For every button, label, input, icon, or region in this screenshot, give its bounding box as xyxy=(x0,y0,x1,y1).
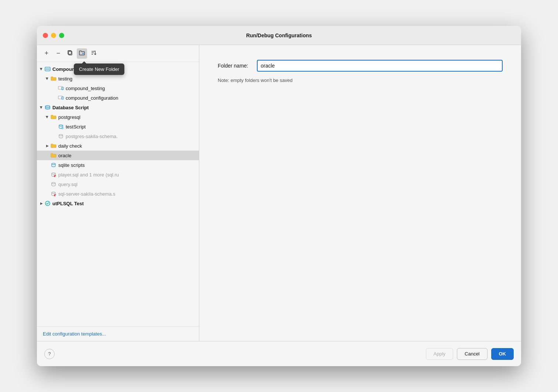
svg-point-24 xyxy=(52,173,55,174)
copy-icon xyxy=(67,50,73,57)
note-text: Note: empty folders won't be saved xyxy=(218,78,503,83)
bottom-actions: Apply Cancel OK xyxy=(426,348,514,360)
maximize-button[interactable] xyxy=(59,33,64,38)
tree-item-postgres-sakila[interactable]: ▶ postgres-sakila-schema. xyxy=(37,131,199,141)
tree-item-daily-check[interactable]: ▶ daily check xyxy=(37,141,199,151)
postgresql-folder-icon xyxy=(50,114,57,120)
folder-name-row: Folder name: xyxy=(218,60,503,72)
tree-container[interactable]: ▶ Compound ▶ xyxy=(37,62,199,326)
testing-label: testing xyxy=(58,76,72,82)
cancel-button[interactable]: Cancel xyxy=(457,348,487,360)
svg-point-18 xyxy=(59,125,63,126)
query-sql-icon xyxy=(50,181,57,187)
title-bar: Run/Debug Configurations xyxy=(37,26,521,45)
svg-point-17 xyxy=(45,106,50,107)
svg-point-14 xyxy=(62,89,63,90)
minimize-button[interactable] xyxy=(51,33,56,38)
help-icon: ? xyxy=(48,351,51,357)
tree-item-sql-server-sakila[interactable]: ▶ ✕ sql-server-sakila-schema.s xyxy=(37,189,199,199)
svg-point-10 xyxy=(47,69,48,70)
oracle-label: oracle xyxy=(58,153,71,158)
chevron-right-icon: ▶ xyxy=(38,104,44,110)
tree-item-query-sql[interactable]: ▶ query.sql xyxy=(37,179,199,189)
run-debug-dialog: Run/Debug Configurations + − xyxy=(37,26,521,366)
db-item-icon xyxy=(58,124,64,130)
svg-point-28 xyxy=(52,192,55,193)
svg-text:✕: ✕ xyxy=(55,175,57,178)
sql-server-sakila-label: sql-server-sakila-schema.s xyxy=(58,191,116,197)
sort-button[interactable]: a xyxy=(89,48,99,59)
tooltip-text: Create New Folder xyxy=(79,66,119,72)
testscript-label: testScript xyxy=(66,124,86,130)
apply-label: Apply xyxy=(434,351,446,357)
close-button[interactable] xyxy=(43,33,48,38)
db-script-label: Database Script xyxy=(52,105,89,110)
svg-text:✕: ✕ xyxy=(55,195,57,197)
svg-text:a: a xyxy=(94,50,95,52)
player-sql-label: player.sql and 1 more (sql.ru xyxy=(58,172,119,178)
utplsql-icon xyxy=(44,200,51,206)
tree-item-sqlite[interactable]: ▶ sqlite scripts xyxy=(37,160,199,170)
chevron-right-icon: ▶ xyxy=(44,114,50,120)
help-button[interactable]: ? xyxy=(44,349,55,359)
sqlite-label: sqlite scripts xyxy=(58,162,85,168)
chevron-right-icon: ▶ xyxy=(44,143,50,149)
daily-check-folder-icon xyxy=(50,143,57,149)
daily-check-label: daily check xyxy=(58,143,82,149)
svg-point-23 xyxy=(52,163,55,165)
ok-label: OK xyxy=(499,351,506,357)
cancel-label: Cancel xyxy=(465,351,479,357)
chevron-right-icon: ▶ xyxy=(38,66,44,72)
add-button[interactable]: + xyxy=(41,48,52,59)
sort-icon: a xyxy=(91,50,97,57)
minus-icon: − xyxy=(56,49,61,57)
tree-item-compound-config[interactable]: ▶ compound_configuration xyxy=(37,93,199,103)
new-folder-icon xyxy=(79,50,85,57)
remove-button[interactable]: − xyxy=(53,48,63,59)
ok-button[interactable]: OK xyxy=(491,348,514,360)
create-folder-tooltip: Create New Folder xyxy=(74,63,124,75)
folder-name-label: Folder name: xyxy=(218,63,248,69)
plus-icon: + xyxy=(45,49,49,57)
svg-point-11 xyxy=(48,69,49,70)
sql-server-error-icon: ✕ xyxy=(50,191,57,197)
edit-templates-link[interactable]: Edit configuration templates... xyxy=(37,326,199,341)
chevron-right-icon: ▶ xyxy=(38,200,44,206)
toolbar: + − xyxy=(37,45,199,62)
new-folder-button[interactable] xyxy=(77,48,87,59)
compound-config-icon xyxy=(58,95,64,101)
compound-testing-label: compound_testing xyxy=(66,86,105,91)
svg-point-9 xyxy=(46,69,47,70)
tree-item-utplsql[interactable]: ▶ utPLSQL Test xyxy=(37,199,199,208)
tree-item-postgresql[interactable]: ▶ postgresql xyxy=(37,112,199,122)
apply-button[interactable]: Apply xyxy=(426,348,454,360)
db-error-icon: ✕ xyxy=(50,172,57,178)
edit-templates-text: Edit configuration templates... xyxy=(43,331,106,337)
oracle-folder-icon xyxy=(50,152,57,158)
dialog-title: Run/Debug Configurations xyxy=(246,32,312,38)
window-controls xyxy=(43,33,64,38)
folder-icon xyxy=(50,76,57,82)
copy-button[interactable] xyxy=(65,48,75,59)
postgresql-label: postgresql xyxy=(58,114,80,120)
svg-point-22 xyxy=(59,134,63,136)
sqlite-icon xyxy=(50,162,57,168)
tree-item-testing[interactable]: ▶ testing xyxy=(37,74,199,83)
svg-point-27 xyxy=(52,182,55,184)
left-panel: + − xyxy=(37,45,199,341)
bottom-bar: ? Apply Cancel OK xyxy=(37,341,521,366)
tree-item-compound-testing[interactable]: ▶ compound_testing xyxy=(37,83,199,93)
right-panel: Folder name: Note: empty folders won't b… xyxy=(199,45,521,341)
utplsql-label: utPLSQL Test xyxy=(52,201,84,206)
compound-item-icon xyxy=(58,85,64,91)
tree-item-player-sql[interactable]: ▶ ✕ player.sql and 1 more (sql.ru xyxy=(37,170,199,179)
tree-item-testscript[interactable]: ▶ testScript xyxy=(37,122,199,131)
tree-item-db-script[interactable]: ▶ Database Script xyxy=(37,103,199,112)
database-script-icon xyxy=(44,104,51,110)
tree-item-oracle[interactable]: ▶ oracle xyxy=(37,151,199,160)
chevron-right-icon: ▶ xyxy=(44,76,50,82)
folder-name-input[interactable] xyxy=(257,60,503,72)
compound-config-label: compound_configuration xyxy=(66,95,118,101)
main-content: + − xyxy=(37,45,521,341)
postgres-sakila-label: postgres-sakila-schema. xyxy=(66,134,118,139)
